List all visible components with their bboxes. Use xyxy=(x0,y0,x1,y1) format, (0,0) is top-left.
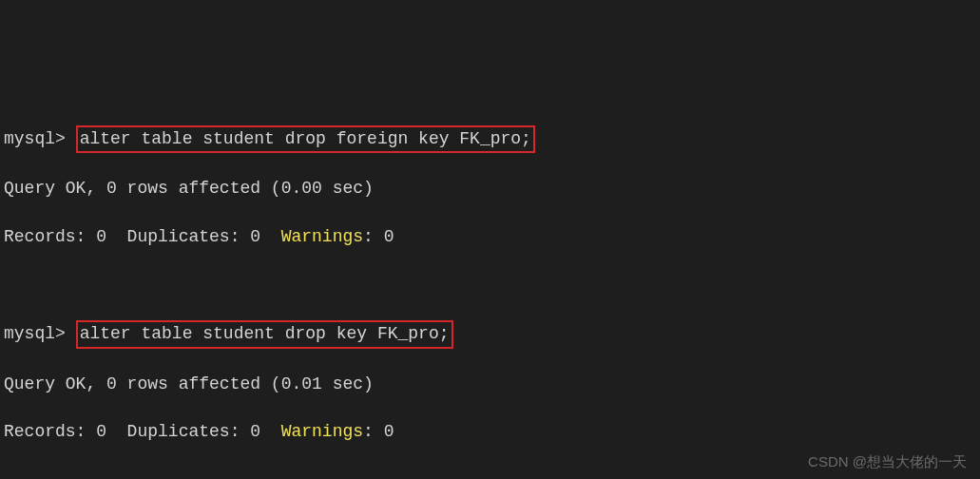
prompt: mysql> xyxy=(4,129,76,148)
terminal-output: mysql> alter table student drop foreign … xyxy=(4,102,976,479)
result-line: Query OK, 0 rows affected (0.01 sec) xyxy=(4,373,976,396)
highlighted-command-1: alter table student drop foreign key FK_… xyxy=(76,125,535,153)
highlighted-command-2: alter table student drop key FK_pro; xyxy=(76,320,453,348)
prompt: mysql> xyxy=(4,324,76,343)
records-text: Records: 0 Duplicates: 0 xyxy=(4,227,281,246)
warnings-label: Warnings xyxy=(281,422,363,441)
warnings-count: : 0 xyxy=(363,422,394,441)
watermark: CSDN @想当大佬的一天 xyxy=(808,451,967,471)
records-text: Records: 0 Duplicates: 0 xyxy=(4,422,281,441)
warnings-count: : 0 xyxy=(363,227,394,246)
result-line: Query OK, 0 rows affected (0.00 sec) xyxy=(4,177,976,201)
warnings-label: Warnings xyxy=(281,227,363,246)
